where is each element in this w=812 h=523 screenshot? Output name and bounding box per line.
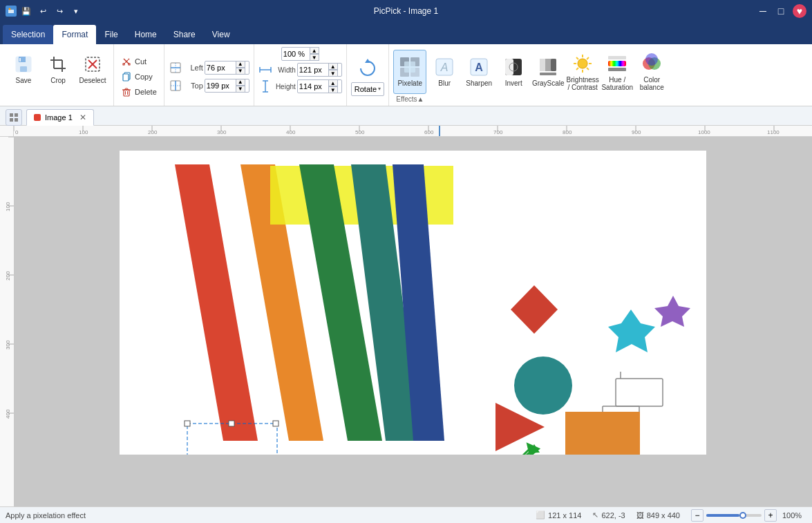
zoom-slider[interactable] — [706, 514, 762, 517]
svg-text:1000: 1000 — [698, 129, 710, 135]
height-spin-down[interactable]: ▼ — [328, 86, 338, 93]
blur-button[interactable]: A Blur — [428, 50, 461, 94]
effects-collapse-icon[interactable]: ▲ — [417, 95, 424, 103]
deselect-button[interactable]: Deselect — [76, 47, 109, 91]
image-canvas[interactable]: Shapes LINE Hello world. Curved Arrow wi… — [120, 151, 706, 455]
copy-label: Copy — [135, 73, 153, 81]
zoom-out-btn[interactable]: − — [691, 509, 704, 522]
svg-rect-74 — [15, 113, 18, 117]
width-input[interactable]: ▲ ▼ — [297, 63, 342, 77]
quick-access-dropdown[interactable]: ▾ — [69, 4, 83, 18]
grayscale-label: GrayScale — [532, 79, 565, 88]
height-input[interactable]: ▲ ▼ — [297, 79, 342, 93]
pct-spin-down[interactable]: ▼ — [310, 54, 319, 61]
left-input[interactable]: ▲ ▼ — [205, 61, 249, 75]
blur-icon: A — [433, 56, 455, 78]
ribbon-group-effects: Pixelate A Blur A Sharpen — [389, 44, 809, 106]
width-spin-down[interactable]: ▼ — [328, 70, 338, 77]
top-spin-up[interactable]: ▲ — [236, 79, 245, 86]
cut-button[interactable]: Cut — [118, 55, 160, 68]
top-input[interactable]: ▲ ▼ — [205, 79, 249, 93]
zoom-in-btn[interactable]: + — [764, 509, 777, 522]
svg-text:500: 500 — [355, 129, 365, 135]
width-row: Width ▲ ▼ — [258, 62, 342, 77]
left-value[interactable] — [207, 64, 236, 72]
menu-selection-tab[interactable]: Selection — [3, 25, 53, 44]
menu-home[interactable]: Home — [126, 25, 165, 44]
crop-button[interactable]: Crop — [41, 47, 75, 91]
delete-button[interactable]: Delete — [118, 85, 160, 99]
height-spin-up[interactable]: ▲ — [328, 79, 338, 86]
redo-btn[interactable]: ↪ — [53, 4, 66, 18]
invert-button[interactable]: Invert — [497, 50, 530, 94]
svg-text:♥: ♥ — [797, 6, 802, 17]
zoom-fill — [706, 514, 739, 517]
svg-rect-75 — [10, 118, 13, 122]
svg-rect-143 — [185, 421, 190, 426]
svg-point-58 — [578, 59, 587, 68]
zoom-bar[interactable]: − + 100% — [691, 509, 806, 522]
brightness-icon — [572, 53, 594, 75]
size-inputs: ▲ ▼ Width ▲ ▼ — [258, 47, 342, 106]
width-spin-up[interactable]: ▲ — [328, 63, 338, 70]
undo-btn[interactable]: ↩ — [36, 4, 50, 18]
width-value[interactable] — [299, 66, 328, 74]
width-spin[interactable]: ▲ ▼ — [328, 63, 338, 77]
minimize-btn[interactable]: ─ — [755, 3, 771, 19]
canvas-area[interactable]: Shapes LINE Hello world. Curved Arrow wi… — [14, 137, 812, 506]
canvas-wrapper: Shapes LINE Hello world. Curved Arrow wi… — [14, 137, 812, 468]
grayscale-button[interactable]: GrayScale — [531, 50, 565, 94]
effects-label: Effects — [396, 95, 417, 103]
svg-text:200: 200 — [5, 271, 11, 280]
tab-close-icon[interactable]: ✕ — [79, 113, 86, 122]
tab-image1[interactable]: Image 1 ✕ — [26, 109, 94, 126]
sharpen-button[interactable]: A Sharpen — [462, 50, 495, 94]
effects-footer: Effects ▲ — [393, 95, 426, 106]
colorbalance-button[interactable]: Color balance — [635, 50, 668, 94]
copy-button[interactable]: Copy — [118, 70, 160, 84]
window-controls: ─ □ ✕ ♥ — [755, 3, 806, 19]
rotate-button[interactable]: Rotate ▾ — [351, 82, 384, 96]
svg-rect-69 — [608, 68, 626, 71]
svg-point-19 — [128, 63, 131, 66]
cursor-section: ↖ 622, -3 — [592, 511, 625, 520]
pct-value[interactable] — [283, 50, 310, 58]
menu-file[interactable]: File — [96, 25, 126, 44]
svg-text:900: 900 — [632, 129, 641, 135]
svg-rect-77 — [14, 126, 812, 137]
svg-text:0: 0 — [15, 129, 19, 135]
menu-format[interactable]: Format — [53, 25, 96, 44]
width-icon — [258, 63, 272, 77]
rotate-label: Rotate — [355, 85, 377, 93]
deselect-icon — [82, 53, 104, 75]
svg-line-65 — [587, 57, 589, 59]
height-value[interactable] — [299, 82, 328, 91]
left-spin[interactable]: ▲ ▼ — [236, 61, 245, 75]
menu-view[interactable]: View — [204, 25, 238, 44]
top-spin[interactable]: ▲ ▼ — [236, 79, 245, 93]
height-spin[interactable]: ▲ ▼ — [328, 79, 338, 93]
top-spin-down[interactable]: ▼ — [236, 86, 245, 93]
menu-share[interactable]: Share — [165, 25, 204, 44]
top-value[interactable] — [207, 82, 236, 90]
ruler-h-svg: 0 100 200 300 400 500 600 700 800 900 — [14, 126, 812, 137]
hue-button[interactable]: Hue / Saturation — [601, 50, 634, 94]
svg-rect-55 — [545, 59, 551, 71]
pct-spin-up[interactable]: ▲ — [310, 47, 319, 54]
left-spin-down[interactable]: ▼ — [236, 68, 245, 75]
status-hint: Apply a pixelation effect — [6, 511, 536, 520]
percent-input[interactable]: ▲ ▼ — [281, 47, 319, 61]
brightness-button[interactable]: Brightness / Contrast — [566, 50, 599, 94]
zoom-thumb[interactable] — [739, 512, 746, 519]
save-button[interactable]: Save — [7, 47, 40, 91]
ribbon-group-position: Left ▲ ▼ Top — [164, 44, 254, 106]
pct-spin[interactable]: ▲ ▼ — [310, 47, 319, 61]
save-quick-btn[interactable]: 💾 — [19, 4, 33, 18]
left-spin-up[interactable]: ▲ — [236, 61, 245, 68]
pixelate-button[interactable]: Pixelate — [393, 50, 426, 94]
quick-access-toolbar: 💾 ↩ ↪ ▾ — [6, 4, 83, 18]
svg-line-66 — [576, 68, 578, 70]
maximize-btn[interactable]: □ — [773, 3, 789, 19]
ruler-v-svg: 100 200 300 400 — [0, 137, 14, 506]
grid-layout-btn[interactable] — [6, 109, 22, 126]
